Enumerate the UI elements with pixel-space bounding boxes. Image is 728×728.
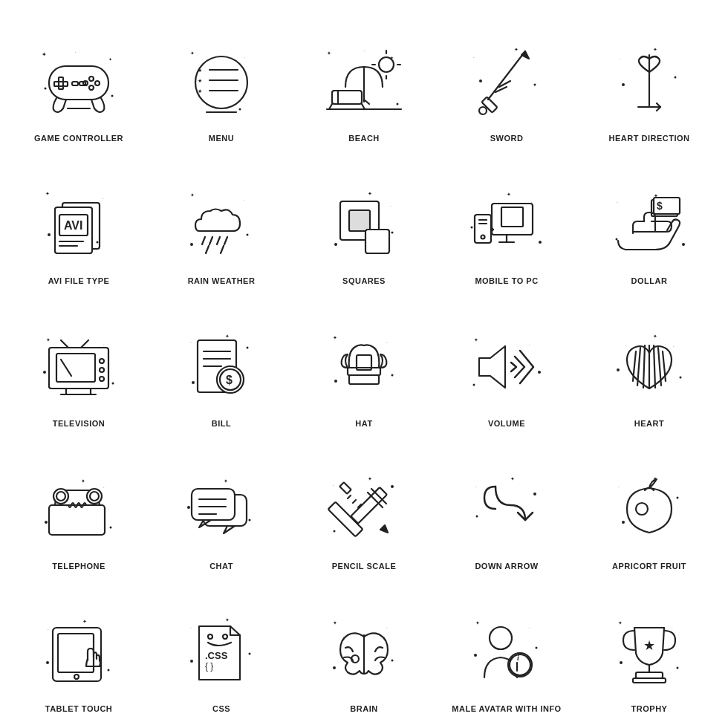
svg-point-12 (45, 88, 47, 90)
svg-point-13 (111, 95, 114, 97)
svg-text:·: · (190, 340, 192, 345)
svg-point-201 (46, 661, 49, 664)
telephone-label: TELEPHONE (52, 562, 105, 571)
brain-cell: ✦ · BRAIN (293, 578, 435, 721)
svg-text:✦: ✦ (108, 57, 112, 62)
heart-label: HEART (634, 419, 664, 428)
svg-text:·: · (103, 342, 105, 347)
svg-point-106 (615, 238, 617, 240)
game-controller-icon: ✦ ✦ · (30, 33, 127, 129)
svg-text:✦: ✦ (45, 191, 50, 196)
svg-point-209 (190, 660, 193, 663)
svg-text:✦: ✦ (225, 334, 230, 339)
svg-text:✦: ✦ (42, 51, 47, 58)
svg-line-75 (206, 246, 209, 253)
svg-point-233 (677, 667, 679, 669)
svg-rect-47 (481, 97, 497, 112)
trophy-label: TROPHY (631, 704, 668, 713)
svg-text:·: · (103, 196, 104, 201)
svg-text:★: ★ (198, 68, 202, 73)
svg-point-29 (379, 57, 394, 72)
svg-point-224 (474, 654, 477, 657)
svg-text:·: · (103, 485, 105, 490)
svg-point-186 (334, 530, 336, 533)
svg-text:·: · (246, 487, 247, 491)
heart-cell: ✦ · HEART (578, 293, 721, 435)
svg-text:✦: ✦ (653, 47, 657, 52)
svg-rect-158 (49, 505, 105, 535)
heart-direction-icon: ✦ · (601, 33, 698, 129)
svg-text:·: · (473, 55, 475, 59)
television-icon: ✦ · (30, 318, 127, 415)
svg-point-140 (391, 374, 394, 377)
svg-line-179 (353, 500, 356, 503)
svg-point-195 (677, 497, 679, 499)
svg-point-25 (239, 108, 241, 111)
svg-text:✦: ✦ (474, 337, 478, 342)
heart-direction-cell: ✦ · HEART DIRECTION (578, 7, 721, 150)
svg-point-205 (208, 634, 212, 639)
tablet-touch-icon: ✦ · (30, 603, 127, 700)
svg-point-116 (100, 368, 104, 372)
down-arrow-cell: ✦ · DOWN ARROW (435, 435, 578, 578)
svg-point-164 (45, 521, 48, 524)
svg-rect-4 (59, 77, 63, 89)
sword-icon: ✦ · (458, 33, 555, 129)
svg-point-78 (190, 243, 193, 246)
css-icon: ✦ · .CSS { } (173, 603, 270, 700)
svg-text:✦: ✦ (510, 476, 515, 481)
svg-point-173 (187, 506, 190, 509)
svg-point-48 (479, 107, 487, 114)
svg-text:·: · (333, 483, 334, 487)
svg-point-117 (100, 377, 104, 381)
svg-point-210 (249, 652, 251, 654)
svg-line-72 (209, 237, 212, 244)
svg-point-99 (471, 226, 473, 228)
svg-rect-5 (54, 82, 68, 86)
svg-text:i: i (517, 654, 519, 662)
svg-text:·: · (244, 198, 245, 202)
svg-rect-169 (192, 489, 235, 520)
mobile-to-pc-icon: ✦ · (458, 175, 555, 272)
svg-line-149 (643, 345, 645, 388)
svg-point-6 (89, 77, 94, 81)
bill-label: BILL (212, 419, 231, 428)
hat-cell: ✦ · HAT (293, 293, 435, 435)
svg-text:·: · (529, 342, 530, 347)
chat-label: CHAT (209, 562, 233, 571)
bill-cell: ✦ · $ BILL (150, 293, 293, 435)
svg-point-41 (397, 103, 399, 105)
svg-point-219 (490, 627, 512, 649)
svg-text:✦: ✦ (333, 335, 337, 340)
svg-point-215 (333, 666, 336, 669)
svg-text:★: ★ (643, 638, 655, 653)
squares-cell: ✦ · SQUARES (293, 150, 435, 293)
svg-text:✦: ✦ (190, 192, 195, 198)
svg-point-17 (195, 56, 247, 108)
svg-text:·: · (672, 625, 673, 630)
svg-text:★: ★ (198, 78, 202, 83)
svg-point-200 (74, 675, 79, 679)
pencil-scale-icon: ✦ · (316, 461, 412, 557)
svg-rect-113 (56, 354, 95, 382)
svg-point-202 (108, 669, 110, 672)
svg-text:·: · (364, 48, 365, 53)
down-arrow-label: DOWN ARROW (475, 562, 538, 571)
beach-cell: ✦ ✦ · (293, 7, 435, 150)
svg-line-110 (61, 340, 68, 348)
svg-line-178 (348, 495, 351, 498)
svg-text:·: · (673, 344, 675, 348)
svg-point-133 (247, 347, 249, 349)
svg-point-206 (223, 634, 227, 639)
svg-text:{  }: { } (205, 661, 213, 672)
svg-text:✦: ✦ (333, 620, 337, 625)
dollar-icon: ✦ · $ (601, 175, 698, 272)
svg-point-216 (391, 660, 394, 662)
male-avatar-with-info-label: MALE AVATAR WITH INFO (452, 704, 561, 713)
svg-rect-184 (339, 482, 351, 494)
beach-icon: ✦ ✦ · (316, 33, 412, 129)
svg-point-154 (617, 368, 620, 371)
svg-point-189 (533, 493, 536, 495)
svg-rect-88 (492, 204, 533, 235)
chat-icon: ✦ · (173, 461, 270, 557)
